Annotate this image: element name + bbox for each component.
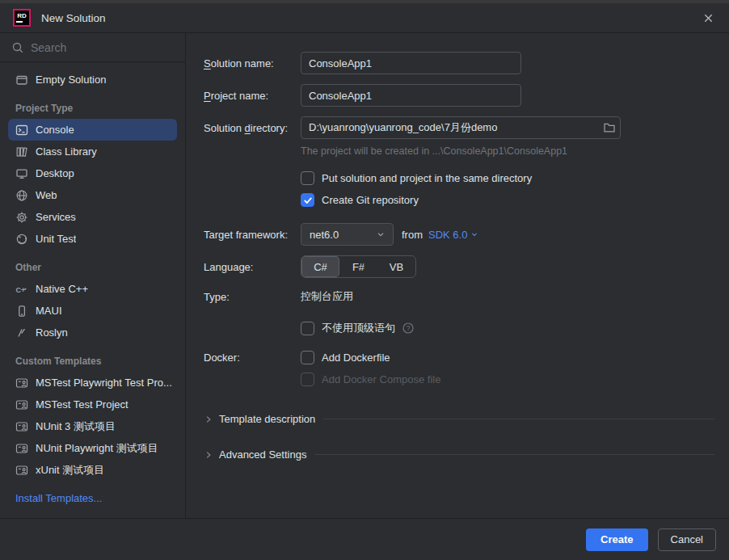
section-title-other: Other xyxy=(0,250,185,278)
install-templates-link[interactable]: Install Templates... xyxy=(0,481,185,504)
sidebar-item-mstest-test-project[interactable]: MSTest Test Project xyxy=(8,394,177,415)
sidebar-item-console[interactable]: Console xyxy=(8,119,177,141)
sidebar-item-services[interactable]: Services xyxy=(8,206,177,228)
type-label: Type: xyxy=(204,291,301,303)
services-icon xyxy=(15,211,28,224)
language-label: Language: xyxy=(204,261,301,273)
custom-template-icon xyxy=(15,377,28,389)
sidebar-item-mstest-playwright[interactable]: MSTest Playwright Test Pro... xyxy=(8,372,177,394)
language-option-vb[interactable]: VB xyxy=(377,256,415,277)
docker-compose-checkbox-row: Add Docker Compose file xyxy=(301,373,440,386)
close-icon[interactable] xyxy=(698,8,718,27)
docker-label: Docker: xyxy=(204,351,301,364)
svg-text:?: ? xyxy=(407,324,411,332)
sidebar-item-label: NUnit 3 测试项目 xyxy=(36,419,116,434)
maui-icon xyxy=(15,305,28,318)
target-framework-label: Target framework: xyxy=(204,229,301,241)
git-checkbox-row[interactable]: Create Git repository xyxy=(301,193,714,207)
top-level-statements-label: 不使用顶级语句 xyxy=(322,321,395,335)
sidebar-item-web[interactable]: Web xyxy=(8,184,177,206)
roslyn-icon xyxy=(15,326,28,339)
language-segmented-control: C# F# VB xyxy=(301,255,416,278)
sidebar-item-label: MSTest Test Project xyxy=(36,398,129,411)
sidebar-item-label: Web xyxy=(36,189,57,201)
template-description-section[interactable]: Template description xyxy=(204,413,714,425)
solution-name-label: Solution name: xyxy=(204,57,301,69)
titlebar: RD New Solution xyxy=(0,3,729,33)
sdk-version-link[interactable]: SDK 6.0 xyxy=(428,229,479,241)
project-name-label: Project name: xyxy=(204,90,301,102)
sidebar-item-label: Console xyxy=(36,124,74,136)
sidebar-item-nunit3[interactable]: NUnit 3 测试项目 xyxy=(8,415,177,437)
sidebar-item-label: Class Library xyxy=(36,145,97,158)
folder-icon[interactable] xyxy=(599,121,620,134)
template-list: Empty Solution Project Type Console Clas… xyxy=(0,62,185,518)
dialog-footer: Create Cancel xyxy=(0,518,729,560)
new-solution-dialog: RD New Solution Empty Solution xyxy=(0,0,729,560)
sidebar-item-native-cpp[interactable]: C++ Native C++ xyxy=(8,278,177,300)
docker-compose-checkbox xyxy=(301,373,314,386)
custom-template-icon xyxy=(15,442,28,455)
same-directory-label: Put solution and project in the same dir… xyxy=(322,172,532,184)
svg-text:+: + xyxy=(24,285,27,290)
sidebar-item-maui[interactable]: MAUI xyxy=(8,300,177,322)
custom-template-icon xyxy=(15,464,28,477)
sidebar-item-unit-test[interactable]: Unit Test xyxy=(8,228,177,250)
sidebar-item-desktop[interactable]: Desktop xyxy=(8,162,177,184)
same-directory-checkbox-row[interactable]: Put solution and project in the same dir… xyxy=(301,171,714,185)
search-icon xyxy=(11,41,24,54)
sidebar-item-label: Desktop xyxy=(36,167,74,179)
desktop-icon xyxy=(15,167,28,180)
empty-solution-icon xyxy=(15,74,28,86)
custom-template-icon xyxy=(15,398,28,411)
advanced-settings-title: Advanced Settings xyxy=(219,448,306,461)
sidebar-item-label: Native C++ xyxy=(36,283,88,295)
sdk-version-text: SDK 6.0 xyxy=(428,229,467,241)
solution-directory-input[interactable] xyxy=(301,117,599,138)
sidebar-item-label: xUnit 测试项目 xyxy=(36,463,104,478)
language-option-csharp[interactable]: C# xyxy=(301,256,339,277)
section-title-project-type: Project Type xyxy=(0,91,185,119)
sidebar-item-label: MAUI xyxy=(36,305,62,317)
rider-logo-underscore xyxy=(16,21,23,23)
dockerfile-checkbox[interactable] xyxy=(301,351,314,364)
sidebar-item-class-library[interactable]: Class Library xyxy=(8,141,177,162)
template-sidebar: Empty Solution Project Type Console Clas… xyxy=(0,33,186,518)
help-icon[interactable]: ? xyxy=(402,322,415,335)
section-divider xyxy=(314,454,714,455)
dockerfile-label: Add Dockerfile xyxy=(322,352,390,364)
language-option-fsharp[interactable]: F# xyxy=(339,256,377,277)
native-cpp-icon: C++ xyxy=(15,283,28,296)
unit-test-icon xyxy=(15,233,28,246)
console-icon xyxy=(15,124,28,137)
search-bar xyxy=(0,33,185,62)
top-level-statements-checkbox[interactable] xyxy=(301,322,314,335)
sidebar-item-roslyn[interactable]: Roslyn xyxy=(8,322,177,343)
sidebar-item-label: Roslyn xyxy=(36,326,68,339)
top-level-statements-checkbox-row[interactable]: 不使用顶级语句 ? xyxy=(301,321,714,335)
cancel-button[interactable]: Cancel xyxy=(658,528,716,551)
solution-name-input[interactable] xyxy=(301,52,521,74)
rider-logo-text: RD xyxy=(17,13,27,19)
chevron-down-icon xyxy=(375,229,386,240)
project-name-input[interactable] xyxy=(301,84,521,107)
project-location-hint: The project will be created in ...\Conso… xyxy=(301,145,714,157)
create-button[interactable]: Create xyxy=(586,528,647,551)
rider-logo: RD xyxy=(13,9,31,27)
from-label: from xyxy=(402,229,423,241)
git-checkbox[interactable] xyxy=(301,193,314,207)
same-directory-checkbox[interactable] xyxy=(301,171,314,185)
chevron-right-icon xyxy=(204,415,213,424)
target-framework-dropdown[interactable]: net6.0 xyxy=(301,223,394,246)
dockerfile-checkbox-row[interactable]: Add Dockerfile xyxy=(301,351,440,364)
sidebar-item-label: Empty Solution xyxy=(36,74,106,86)
solution-directory-label: Solution directory: xyxy=(204,122,301,134)
chevron-right-icon xyxy=(204,450,213,460)
advanced-settings-section[interactable]: Advanced Settings xyxy=(204,448,714,461)
sidebar-item-empty-solution[interactable]: Empty Solution xyxy=(8,69,177,91)
sidebar-item-label: Services xyxy=(36,211,76,223)
class-library-icon xyxy=(15,145,28,158)
search-input[interactable] xyxy=(31,41,177,54)
sidebar-item-nunit-playwright[interactable]: NUnit Playwright 测试项目 xyxy=(8,437,177,459)
sidebar-item-xunit[interactable]: xUnit 测试项目 xyxy=(8,459,177,481)
